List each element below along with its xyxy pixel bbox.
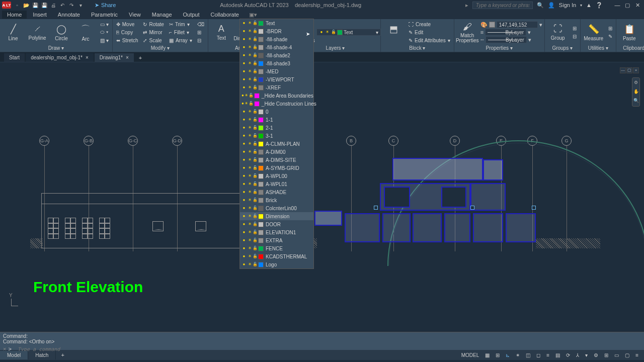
tab-manage[interactable]: Manage [147,11,177,19]
create-block-button[interactable]: ⛶ Create [407,20,452,28]
current-layer-dropdown[interactable]: ● ☀ 🔓 Text ▾ [316,29,381,36]
layout-tab-hatch[interactable]: Hatch [28,351,56,359]
layer-item[interactable]: ●☀🔓0 [240,108,313,116]
status-anno-icon[interactable]: ⅄ [574,351,582,359]
undo-icon[interactable]: ↶ [58,1,66,9]
layer-item[interactable]: ●☀🔓ColcnterLin00 [240,204,313,212]
insert-button[interactable]: ⬒Insert [383,20,405,44]
layer-item[interactable]: ●☀🔓1-1 [240,116,313,124]
new-icon[interactable]: ▫ [13,1,21,9]
object-color-dropdown[interactable]: 🎨147,149,152▾ [480,21,542,29]
layer-item[interactable]: ●☀🔓Dimension [240,212,313,220]
layer-item[interactable]: ●☀🔓-fill-shade2 [240,51,313,59]
layer-item[interactable]: ●☀🔓ELEVATION1 [240,228,313,236]
vp-min-icon[interactable]: — [620,67,626,73]
status-grid-icon[interactable]: ▦ [482,351,492,359]
layer-item[interactable]: ●☀🔓A-DIMS-SITE [240,156,313,164]
group-button[interactable]: ⛶Group [547,20,569,44]
file-tab-1[interactable]: dealership_mod_obj-1*× [26,53,94,62]
status-iso-icon[interactable]: ◫ [523,351,533,359]
layer-item[interactable]: ●☀🔓Text [240,19,313,27]
panel-utilities-title[interactable]: Utilities ▾ [583,44,614,52]
modify-misc1[interactable]: ⌫ [196,20,206,28]
maximize-button[interactable]: ▢ [623,1,632,9]
redo-icon[interactable]: ↷ [67,1,75,9]
grip[interactable] [532,206,536,210]
nav-wheel-icon[interactable]: ⚙ [633,80,639,86]
layer-item[interactable]: ●☀🔓Brick [240,196,313,204]
status-snap-icon[interactable]: ⊞ [493,351,502,359]
grip[interactable] [470,206,474,210]
layer-item[interactable]: ●☀🔓-fill-shade-4 [240,43,313,51]
edit-block-button[interactable]: ✎ Edit [407,28,452,36]
autodesk-app-icon[interactable]: ▲ [586,2,592,8]
panel-properties-title[interactable]: Properties ▾ [456,44,542,52]
status-model[interactable]: MODEL [459,351,482,359]
status-ortho-icon[interactable]: ⊾ [503,351,512,359]
status-workspace-icon[interactable]: ⊞ [602,351,611,359]
rotate-button[interactable]: ↻ Rotate [141,20,165,28]
search-input[interactable] [472,2,533,9]
arc-button[interactable]: ⌒Arc [74,20,97,44]
util-misc2[interactable]: ✎ [607,32,614,40]
layout-tab-model[interactable]: Model [0,351,28,359]
save-icon[interactable]: 💾 [31,1,39,9]
status-monitor-icon[interactable]: ▭ [612,351,621,359]
tab-parametric[interactable]: Parametric [86,11,123,19]
layer-item[interactable]: ●☀🔓Logo [240,260,313,268]
plot-icon[interactable]: 🖨 [49,1,57,9]
layer-item[interactable]: ●☀🔓-XREF [240,83,313,92]
layer-item[interactable]: ●☀🔓3-1 [240,132,313,140]
panel-groups-title[interactable]: Groups ▾ [547,44,578,52]
tab-overflow-icon[interactable]: ▣▾ [249,12,257,18]
saveas-icon[interactable]: 💾 [40,1,48,9]
layout-tab-add[interactable]: + [56,350,69,359]
move-button[interactable]: ✥ Move [115,20,140,28]
layer-item[interactable]: ●☀🔓_Hide Construcion Lines [240,100,313,108]
close-tab-icon[interactable]: × [126,55,129,60]
layer-item[interactable]: ●☀🔓_Hide Area Boundaries [240,92,313,100]
linetype-dropdown[interactable]: ╌ByLayer▾ [480,36,542,44]
help-icon[interactable]: ❔ [596,2,603,9]
draw-rect-button[interactable]: ▭ ▾ [99,20,110,28]
tab-insert[interactable]: Insert [28,11,52,19]
layer-dropdown[interactable]: ●☀🔓Text●☀🔓-BRDR●☀🔓-fill-shade●☀🔓-fill-sh… [239,19,314,269]
draw-ellipse-button[interactable]: ⬭ ▾ [99,28,110,36]
status-custom-icon[interactable]: ≡ [633,351,641,359]
search-icon[interactable]: 🔍 [537,2,544,9]
fillet-button[interactable]: ⌐ Fillet ▾ [168,28,194,36]
paste-button[interactable]: 📋Paste [618,20,640,44]
modify-misc3[interactable]: ⊟ [196,36,206,44]
panel-clipboard-title[interactable]: Clipboard [618,44,644,52]
tab-home[interactable]: Home [2,11,27,19]
layer-item[interactable]: ●☀🔓A-WPL01 [240,180,313,188]
edit-attributes-button[interactable]: ✎ Edit Attributes ▾ [407,36,452,44]
layer-item[interactable]: ●☀🔓DOOR [240,220,313,228]
layer-item[interactable]: ●☀🔓A-DIM00 [240,148,313,156]
tab-start[interactable]: Start [4,53,25,62]
util-misc1[interactable]: ⊞ [607,24,614,32]
account-icon[interactable]: 👤 [548,2,555,9]
close-tab-icon[interactable]: × [86,55,89,60]
panel-modify-title[interactable]: Modify ▾ [115,44,206,52]
layer-item[interactable]: ●☀🔓ASHADE [240,188,313,196]
layer-item[interactable]: ●☀🔓2-1 [240,124,313,132]
layer-item[interactable]: ●☀🔓-MED [240,67,313,75]
text-button[interactable]: AText [210,20,232,44]
lineweight-dropdown[interactable]: ≡ByLayer▾ [480,29,542,36]
file-tab-2[interactable]: Drawing1*× [95,53,134,62]
layer-item[interactable]: ●☀🔓KCADSTHERMAL [240,252,313,260]
share-button[interactable]: ➤ Share [95,2,116,9]
search-caret-icon[interactable]: ▸ [465,2,468,9]
status-gear-icon[interactable]: ⚙ [591,351,601,359]
vp-max-icon[interactable]: ▢ [626,67,632,73]
tab-collaborate[interactable]: Collaborate [206,11,244,19]
nav-pan-icon[interactable]: ✋ [633,89,639,95]
panel-draw-title[interactable]: Draw ▾ [2,44,110,52]
layer-item[interactable]: ●☀🔓A-WPL00 [240,172,313,180]
measure-button[interactable]: 📏Measure [583,20,605,44]
mirror-button[interactable]: ⇄ Mirror [141,28,165,36]
status-polar-icon[interactable]: ✶ [513,351,522,359]
layer-item[interactable]: ●☀🔓-VIEWPORT [240,75,313,83]
copy-button[interactable]: ⎘ Copy [115,28,140,36]
